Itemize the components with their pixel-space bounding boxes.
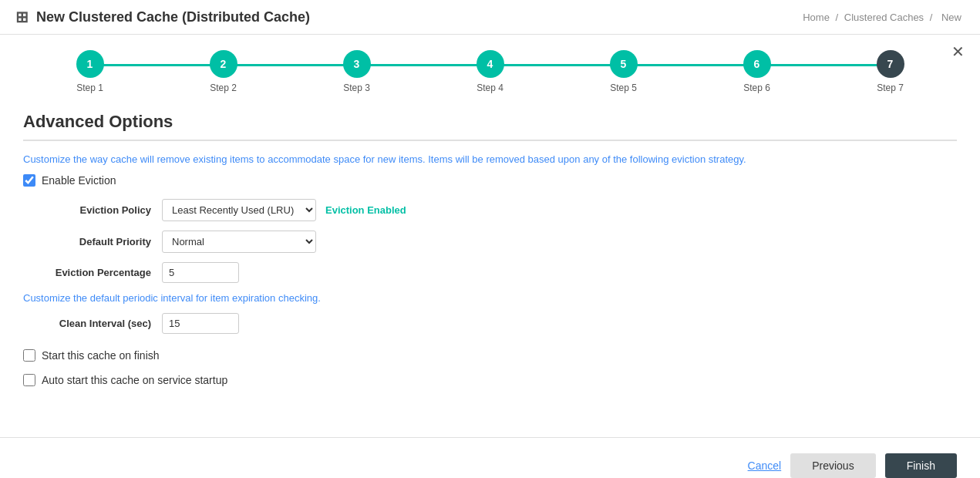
- step-1-label: Step 1: [76, 82, 103, 93]
- eviction-percentage-label: Eviction Percentage: [39, 267, 162, 278]
- page-title-text: New Clustered Cache (Distributed Cache): [36, 9, 310, 25]
- finish-button[interactable]: Finish: [885, 453, 957, 478]
- auto-start-row: Auto start this cache on service startup: [23, 374, 957, 386]
- enable-eviction-checkbox[interactable]: [23, 174, 35, 187]
- eviction-policy-select[interactable]: Least Recently Used (LRU) Most Recently …: [162, 199, 316, 221]
- start-on-finish-label[interactable]: Start this cache on finish: [42, 349, 160, 362]
- step-5-circle: 5: [610, 50, 638, 78]
- step-3-circle: 3: [343, 50, 371, 78]
- default-priority-select[interactable]: Normal High Low: [162, 231, 316, 253]
- breadcrumb-current: New: [941, 12, 961, 23]
- step-3: 3 Step 3: [290, 50, 423, 93]
- breadcrumb-sep1: /: [836, 12, 839, 23]
- breadcrumb-home[interactable]: Home: [803, 12, 830, 23]
- start-on-finish-row: Start this cache on finish: [23, 349, 957, 362]
- step-4-circle: 4: [477, 50, 504, 78]
- step-5: 5 Step 5: [557, 50, 690, 93]
- step-3-label: Step 3: [343, 82, 370, 93]
- step-1: 1 Step 1: [23, 50, 157, 93]
- step-2-circle: 2: [210, 50, 237, 78]
- breadcrumb-sep2: /: [930, 12, 933, 23]
- step-2-label: Step 2: [210, 82, 237, 93]
- step-4-label: Step 4: [477, 82, 503, 93]
- step-1-circle: 1: [76, 50, 104, 78]
- step-6-label: Step 6: [743, 82, 770, 93]
- clean-interval-input[interactable]: [162, 313, 239, 334]
- main-content: ✕ 1 Step 1 2 Step 2 3 Step 3 4 Step 4 5 …: [0, 35, 980, 414]
- eviction-policy-label: Eviction Policy: [39, 204, 162, 216]
- header: ⊞ New Clustered Cache (Distributed Cache…: [0, 0, 980, 35]
- auto-start-label[interactable]: Auto start this cache on service startup: [42, 374, 227, 386]
- step-7-label: Step 7: [877, 82, 904, 93]
- bottom-checkboxes: Start this cache on finish Auto start th…: [23, 349, 957, 386]
- breadcrumb-clustered-caches[interactable]: Clustered Caches: [844, 12, 924, 23]
- step-6-circle: 6: [743, 50, 771, 78]
- step-7: 7 Step 7: [823, 50, 957, 93]
- stepper: 1 Step 1 2 Step 2 3 Step 3 4 Step 4 5 St…: [23, 50, 957, 93]
- clean-interval-label: Clean Interval (sec): [39, 318, 162, 329]
- cancel-button[interactable]: Cancel: [748, 459, 782, 472]
- clean-interval-row: Clean Interval (sec): [39, 313, 957, 334]
- default-priority-label: Default Priority: [39, 236, 162, 247]
- eviction-policy-row: Eviction Policy Least Recently Used (LRU…: [39, 199, 957, 221]
- step-6: 6 Step 6: [690, 50, 823, 93]
- eviction-form: Eviction Policy Least Recently Used (LRU…: [39, 199, 957, 283]
- expiration-description: Customize the default periodic interval …: [23, 292, 957, 304]
- step-4: 4 Step 4: [423, 50, 557, 93]
- default-priority-row: Default Priority Normal High Low: [39, 231, 957, 253]
- enable-eviction-label[interactable]: Enable Eviction: [42, 174, 116, 187]
- footer: Cancel Previous Finish: [0, 437, 980, 478]
- step-2: 2 Step 2: [157, 50, 290, 93]
- app-icon: ⊞: [15, 8, 29, 26]
- eviction-status-text: Eviction Enabled: [325, 204, 406, 216]
- step-7-circle: 7: [877, 50, 904, 78]
- previous-button[interactable]: Previous: [790, 453, 875, 478]
- eviction-percentage-input[interactable]: [162, 262, 239, 283]
- clean-interval-form: Clean Interval (sec): [39, 313, 957, 334]
- section-title: Advanced Options: [23, 112, 957, 141]
- step-5-label: Step 5: [610, 82, 637, 93]
- eviction-description: Customize the way cache will remove exis…: [23, 153, 957, 165]
- page-title: ⊞ New Clustered Cache (Distributed Cache…: [15, 8, 310, 26]
- breadcrumb: Home / Clustered Caches / New: [803, 12, 965, 23]
- auto-start-checkbox[interactable]: [23, 374, 35, 386]
- enable-eviction-row: Enable Eviction: [23, 174, 957, 187]
- start-on-finish-checkbox[interactable]: [23, 349, 35, 362]
- eviction-percentage-row: Eviction Percentage: [39, 262, 957, 283]
